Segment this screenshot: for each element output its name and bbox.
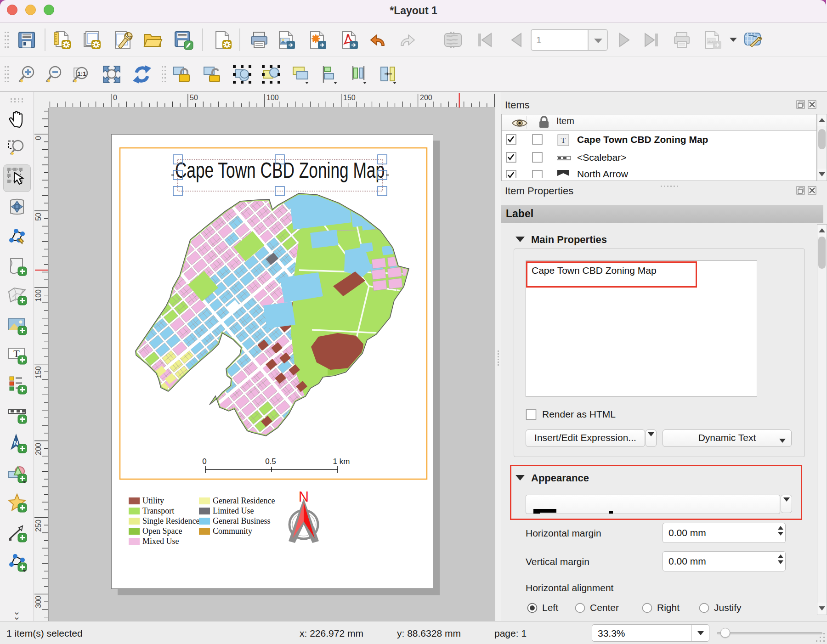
svg-text:Single Residence: Single Residence	[142, 516, 199, 525]
svg-text:1 km: 1 km	[333, 457, 350, 466]
svg-text:General Business: General Business	[213, 516, 270, 525]
svg-text:Utility: Utility	[142, 496, 164, 505]
svg-text:N: N	[14, 440, 18, 446]
svg-text:Mixed Use: Mixed Use	[142, 537, 179, 546]
svg-text:0: 0	[202, 457, 206, 466]
svg-text:100: 100	[266, 94, 279, 102]
svg-text:0: 0	[34, 136, 42, 140]
svg-text:General Residence: General Residence	[213, 496, 275, 505]
svg-text:150: 150	[34, 366, 42, 378]
svg-text:Cape Town CBD Zoning Map: Cape Town CBD Zoning Map	[175, 157, 385, 182]
svg-text:Open Space: Open Space	[142, 526, 182, 536]
svg-text:50: 50	[34, 213, 42, 221]
svg-text:200: 200	[420, 94, 432, 102]
svg-text:50: 50	[190, 94, 198, 102]
svg-text:Transport: Transport	[142, 506, 174, 515]
svg-text:200: 200	[34, 443, 42, 455]
svg-text:Limited Use: Limited Use	[213, 506, 254, 515]
svg-text:0: 0	[113, 94, 117, 102]
svg-text:300: 300	[34, 596, 42, 608]
svg-text:0.5: 0.5	[265, 457, 276, 466]
svg-text:Community: Community	[213, 526, 252, 536]
svg-text:150: 150	[343, 94, 356, 102]
svg-text:100: 100	[34, 289, 42, 302]
svg-text:1:1: 1:1	[78, 70, 86, 77]
svg-text:250: 250	[34, 520, 42, 532]
svg-text:T: T	[561, 136, 566, 145]
